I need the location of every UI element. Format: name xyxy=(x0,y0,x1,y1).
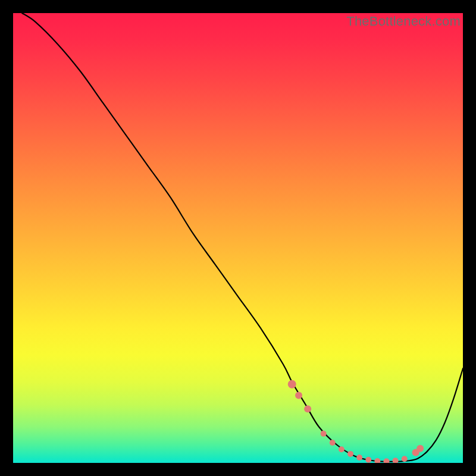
highlight-dot xyxy=(304,405,311,412)
highlight-dot xyxy=(347,451,353,457)
highlight-dot xyxy=(393,458,399,463)
highlight-dot xyxy=(321,431,327,437)
highlight-dot xyxy=(402,456,408,462)
chart-frame: TheBottleneck.com xyxy=(13,13,463,463)
highlight-dot xyxy=(365,457,371,463)
highlight-dot xyxy=(374,458,380,463)
highlight-dot xyxy=(288,380,296,389)
highlight-dots-group xyxy=(288,380,424,463)
highlight-dot xyxy=(339,446,345,452)
highlight-dot xyxy=(416,445,424,452)
highlight-dot xyxy=(330,440,336,446)
bottleneck-curve-line xyxy=(22,13,463,462)
highlight-dot xyxy=(295,392,302,399)
watermark-text: TheBottleneck.com xyxy=(346,14,461,29)
highlight-dot xyxy=(356,455,362,461)
bottleneck-chart xyxy=(13,13,463,463)
highlight-dot xyxy=(383,458,389,463)
